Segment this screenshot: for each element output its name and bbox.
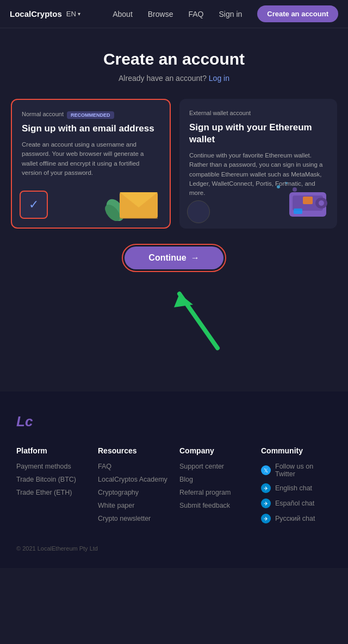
footer-company-link-2[interactable]: Referral program [179,489,250,496]
footer-company-link-1[interactable]: Blog [179,476,250,483]
external-card-title: Sign up with your Ethereum wallet [189,122,327,146]
svg-point-5 [277,185,280,188]
footer-community-espanol-chat[interactable]: ✈ Español chat [261,498,332,508]
nav-links: About Browse FAQ Sign in Create an accou… [113,5,338,22]
telegram-icon-1: ✈ [261,498,271,508]
external-wallet-card[interactable]: External wallet account Sign up with you… [179,99,337,229]
main-content: Create an account Already have an accoun… [0,28,348,381]
svg-point-6 [285,182,288,184]
arrow-right-icon: → [191,253,200,263]
footer-resources-link-3[interactable]: White paper [98,502,169,509]
continue-btn-border: Continue → [122,244,226,272]
normal-card-illustration: ✓ [22,184,160,228]
normal-card-desc: Create an account using a username and p… [22,140,160,178]
footer-resources-link-0[interactable]: FAQ [98,463,169,470]
footer-logo: Lc [16,413,332,430]
svg-rect-12 [303,197,313,204]
wallet-unselected-indicator [187,200,210,223]
footer-community-russian-chat[interactable]: ✈ Русский chat [261,514,332,523]
nav-create-account-button[interactable]: Create an account [257,5,338,22]
footer-community-title: Community [261,446,332,455]
footer-platform-link-1[interactable]: Trade Bitcoin (BTC) [16,476,87,483]
envelope-illustration [104,180,164,223]
chevron-down-icon: ▾ [78,11,80,17]
footer-company-link-3[interactable]: Submit feedback [179,502,250,509]
footer-platform-title: Platform [16,446,87,455]
telegram-icon-2: ✈ [261,514,271,523]
checkmark-icon: ✓ [29,198,39,212]
footer-community-col: Community 𝕏 Follow us on Twitter ✈ Engli… [261,446,332,529]
nav-lang[interactable]: EN ▾ [66,10,80,18]
footer-company-link-0[interactable]: Support center [179,463,250,470]
wallet-illustration [273,179,333,224]
green-arrow-area [11,277,337,364]
footer-platform-link-0[interactable]: Payment methods [16,463,87,470]
footer-copyright: © 2021 LocalEthereum Pty Ltd [16,545,332,552]
footer-columns: Platform Payment methods Trade Bitcoin (… [16,446,332,529]
footer-resources-link-1[interactable]: LocalCryptos Academy [98,476,169,483]
nav-about[interactable]: About [113,10,133,18]
svg-point-11 [319,200,324,206]
account-type-cards: Normal account RECOMMENDED Sign up with … [11,99,337,229]
svg-rect-13 [294,209,302,214]
footer-resources-title: Resources [98,446,169,455]
normal-card-title: Sign up with an email address [22,123,160,135]
nav-signin[interactable]: Sign in [219,10,242,18]
footer-company-title: Company [179,446,250,455]
navbar: LocalCryptos EN ▾ About Browse FAQ Sign … [0,0,348,28]
nav-browse[interactable]: Browse [148,10,173,18]
card-type-label-normal: Normal account [22,111,64,117]
already-account-text: Already have an account? Log in [119,74,229,83]
continue-area: Continue → [122,244,226,272]
selected-indicator: ✓ [20,191,48,219]
footer-platform-col: Platform Payment methods Trade Bitcoin (… [16,446,87,529]
telegram-icon-0: ✈ [261,483,271,493]
login-link[interactable]: Log in [209,74,229,83]
footer-company-col: Company Support center Blog Referral pro… [179,446,250,529]
footer-community-english-chat[interactable]: ✈ English chat [261,483,332,493]
nav-logo: LocalCryptos [10,9,62,18]
green-arrow-svg [169,277,234,359]
footer-resources-link-2[interactable]: Cryptography [98,489,169,496]
recommended-badge: RECOMMENDED [67,111,114,119]
continue-button[interactable]: Continue → [125,247,223,269]
footer-community-twitter[interactable]: 𝕏 Follow us on Twitter [261,463,332,478]
footer-resources-link-4[interactable]: Crypto newsletter [98,515,169,522]
nav-faq[interactable]: FAQ [188,10,203,18]
card-type-label-external: External wallet account [189,110,251,116]
page-title: Create an account [103,50,245,68]
footer-resources-col: Resources FAQ LocalCryptos Academy Crypt… [98,446,169,529]
normal-account-card[interactable]: Normal account RECOMMENDED Sign up with … [11,99,171,229]
svg-point-7 [293,187,297,192]
footer-platform-link-2[interactable]: Trade Ether (ETH) [16,489,87,496]
twitter-icon: 𝕏 [261,465,271,475]
footer: Lc Platform Payment methods Trade Bitcoi… [0,392,348,568]
